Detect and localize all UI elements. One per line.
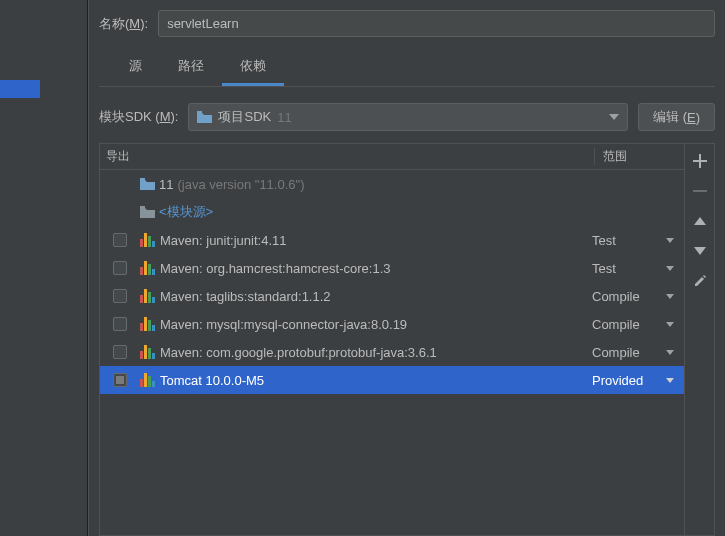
edit-button[interactable]: 编辑 (E) — [638, 103, 715, 131]
jdk-version: (java version "11.0.6") — [177, 177, 304, 192]
add-button[interactable] — [689, 150, 711, 172]
dep-name: Maven: com.google.protobuf:protobuf-java… — [160, 345, 437, 360]
export-checkbox[interactable] — [113, 345, 127, 359]
name-label: 名称(M): — [99, 15, 148, 33]
scope-dropdown[interactable]: Provided — [592, 373, 678, 388]
scope-dropdown[interactable]: Test — [592, 233, 678, 248]
svg-rect-0 — [693, 190, 707, 192]
tabs: 源路径依赖 — [99, 51, 715, 87]
dep-row-jdk[interactable]: 11 (java version "11.0.6") — [100, 170, 684, 198]
chevron-down-icon — [666, 350, 674, 355]
name-input[interactable] — [158, 10, 715, 37]
deps-container: 导出 范围 11 (java version "11.0.6")<模块源>Mav… — [99, 143, 715, 536]
export-checkbox[interactable] — [113, 317, 127, 331]
scope-dropdown[interactable]: Test — [592, 261, 678, 276]
chevron-down-icon — [666, 238, 674, 243]
dep-name: Maven: mysql:mysql-connector-java:8.0.19 — [160, 317, 407, 332]
deps-table: 导出 范围 11 (java version "11.0.6")<模块源>Mav… — [100, 144, 684, 535]
sdk-version: 11 — [277, 110, 291, 125]
dep-row-module-source[interactable]: <模块源> — [100, 198, 684, 226]
scope-value: Compile — [592, 317, 640, 332]
sdk-row: 模块SDK (M): 项目SDK 11 编辑 (E) — [99, 103, 715, 131]
chevron-down-icon — [666, 322, 674, 327]
chevron-down-icon — [666, 294, 674, 299]
scope-value: Provided — [592, 373, 643, 388]
chevron-down-icon — [609, 114, 619, 120]
main-panel: 名称(M): 源路径依赖 模块SDK (M): 项目SDK 11 编辑 (E) — [88, 0, 725, 536]
folder-icon — [140, 206, 155, 218]
name-row: 名称(M): — [99, 10, 715, 37]
export-checkbox[interactable] — [113, 261, 127, 275]
folder-icon — [197, 111, 212, 123]
scope-dropdown[interactable]: Compile — [592, 289, 678, 304]
scope-value: Compile — [592, 345, 640, 360]
chevron-down-icon — [666, 378, 674, 383]
chevron-down-icon — [666, 266, 674, 271]
export-checkbox[interactable] — [113, 373, 127, 387]
scope-value: Test — [592, 233, 616, 248]
col-export-header[interactable]: 导出 — [100, 148, 140, 165]
dep-row[interactable]: Maven: org.hamcrest:hamcrest-core:1.3Tes… — [100, 254, 684, 282]
scope-dropdown[interactable]: Compile — [592, 317, 678, 332]
dep-name: Maven: taglibs:standard:1.1.2 — [160, 289, 331, 304]
move-down-button[interactable] — [689, 240, 711, 262]
sdk-dropdown[interactable]: 项目SDK 11 — [188, 103, 628, 131]
deps-header: 导出 范围 — [100, 144, 684, 170]
dep-row[interactable]: Maven: taglibs:standard:1.1.2Compile — [100, 282, 684, 310]
dep-row[interactable]: Maven: junit:junit:4.11Test — [100, 226, 684, 254]
folder-icon — [140, 178, 155, 190]
library-icon — [140, 261, 156, 275]
sidebar-selection — [0, 80, 40, 98]
library-icon — [140, 317, 156, 331]
move-up-button[interactable] — [689, 210, 711, 232]
dep-name: Tomcat 10.0.0-M5 — [160, 373, 264, 388]
export-checkbox[interactable] — [113, 233, 127, 247]
scope-value: Compile — [592, 289, 640, 304]
remove-button[interactable] — [689, 180, 711, 202]
deps-body: 11 (java version "11.0.6")<模块源>Maven: ju… — [100, 170, 684, 535]
library-icon — [140, 373, 156, 387]
col-scope-header[interactable]: 范围 — [594, 148, 684, 165]
dep-name: Maven: junit:junit:4.11 — [160, 233, 286, 248]
library-icon — [140, 289, 156, 303]
library-icon — [140, 345, 156, 359]
library-icon — [140, 233, 156, 247]
toolbox — [684, 144, 714, 535]
dep-row[interactable]: Maven: com.google.protobuf:protobuf-java… — [100, 338, 684, 366]
export-checkbox[interactable] — [113, 289, 127, 303]
tab-源[interactable]: 源 — [111, 51, 160, 86]
dep-row[interactable]: Tomcat 10.0.0-M5Provided — [100, 366, 684, 394]
sdk-label: 模块SDK (M): — [99, 108, 178, 126]
module-source-label: <模块源> — [159, 203, 213, 221]
left-sidebar — [0, 0, 88, 536]
scope-value: Test — [592, 261, 616, 276]
tab-依赖[interactable]: 依赖 — [222, 51, 284, 86]
dep-row[interactable]: Maven: mysql:mysql-connector-java:8.0.19… — [100, 310, 684, 338]
jdk-name: 11 — [159, 177, 173, 192]
dep-name: Maven: org.hamcrest:hamcrest-core:1.3 — [160, 261, 390, 276]
tab-路径[interactable]: 路径 — [160, 51, 222, 86]
scope-dropdown[interactable]: Compile — [592, 345, 678, 360]
edit-icon-button[interactable] — [689, 270, 711, 292]
sdk-name: 项目SDK — [218, 108, 271, 126]
